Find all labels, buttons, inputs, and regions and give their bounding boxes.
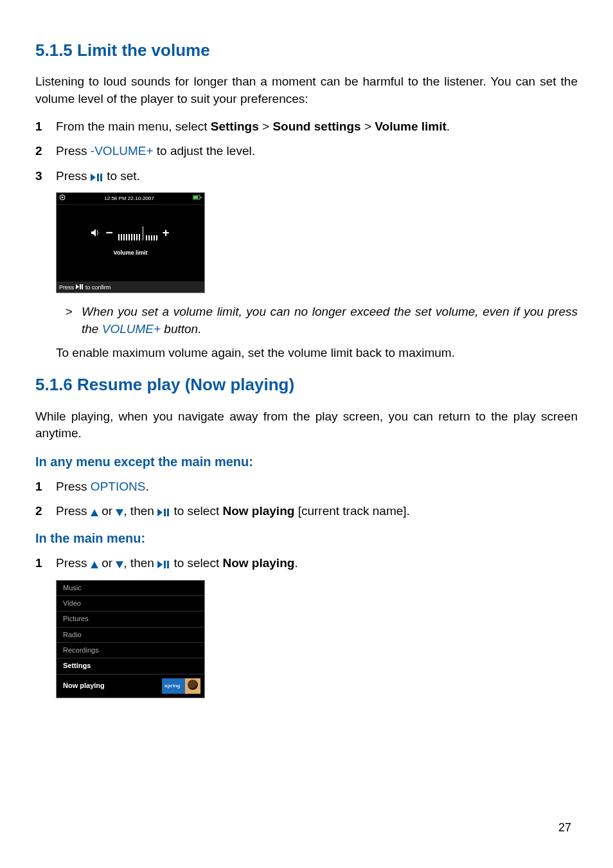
step-number: 1 — [35, 555, 56, 572]
minus-icon: − — [105, 224, 112, 242]
device-volume-row: − + — [57, 214, 204, 253]
svg-rect-7 — [200, 197, 202, 198]
t: > — [361, 120, 375, 133]
after-note-515: To enable maximum volume again, set the … — [56, 345, 578, 362]
step-516a-2: 2 Press or , then to select Now playing … — [35, 503, 578, 520]
step-number: 3 — [35, 168, 56, 185]
t: From the main menu, select — [56, 120, 211, 133]
t: Press — [56, 556, 91, 570]
device-footer: Press to confirm — [57, 282, 204, 293]
svg-rect-2 — [100, 174, 102, 181]
svg-rect-6 — [193, 196, 198, 199]
play-pause-icon — [157, 504, 170, 518]
steps-515: 1 From the main menu, select Settings > … — [35, 118, 578, 185]
now-playing-label: Now playing — [63, 681, 105, 691]
t: or — [98, 504, 116, 518]
gear-icon — [59, 194, 66, 203]
t: to set. — [103, 169, 140, 183]
subheading-any-menu: In any menu except the main menu: — [35, 453, 578, 471]
t: Press — [56, 144, 91, 158]
t: . — [145, 480, 148, 493]
t: or — [98, 556, 116, 570]
bold-sound-settings: Sound settings — [272, 120, 360, 133]
document-page: 5.1.5 Limit the volume Listening to loud… — [0, 0, 613, 868]
album-art-thumbnail: spring — [162, 678, 200, 694]
subheading-main-menu: In the main menu: — [35, 529, 578, 547]
svg-rect-10 — [80, 284, 81, 289]
t: Press — [56, 504, 91, 518]
device-volume-label: Volume limit — [57, 249, 204, 257]
menu-item-recordings: Recordings — [57, 643, 204, 658]
t: , then — [123, 504, 157, 518]
svg-marker-14 — [157, 509, 163, 516]
step-number: 2 — [35, 503, 56, 520]
svg-marker-12 — [91, 509, 98, 516]
svg-marker-17 — [91, 561, 98, 568]
speaker-icon — [91, 224, 100, 242]
bold-now-playing: Now playing — [222, 504, 294, 518]
menu-item-now-playing: Now playing spring — [57, 674, 204, 698]
heading-515: 5.1.5 Limit the volume — [35, 39, 578, 62]
menu-item-music: Music — [57, 581, 204, 596]
menu-item-radio: Radio — [57, 628, 204, 643]
note-text: When you set a volume limit, you can no … — [82, 303, 578, 338]
menu-item-pictures: Pictures — [57, 611, 204, 627]
key-volume: -VOLUME+ — [91, 144, 154, 158]
bold-volume-limit: Volume limit — [375, 120, 447, 133]
note-marker: > — [56, 303, 82, 338]
t: . — [294, 556, 298, 570]
t: button. — [161, 322, 201, 336]
t: to confirm — [85, 284, 111, 292]
t: to select — [170, 556, 222, 570]
down-triangle-icon — [116, 504, 123, 518]
up-triangle-icon — [91, 556, 98, 570]
svg-rect-11 — [82, 284, 83, 289]
intro-516: While playing, when you navigate away fr… — [35, 408, 578, 442]
note-block: > When you set a volume limit, you can n… — [56, 303, 578, 361]
svg-marker-0 — [91, 174, 96, 181]
bold-settings: Settings — [211, 120, 259, 133]
svg-rect-20 — [164, 561, 166, 568]
svg-marker-18 — [116, 561, 123, 568]
step-text: Press OPTIONS. — [56, 478, 578, 496]
svg-marker-13 — [116, 509, 123, 516]
step-number: 2 — [35, 143, 56, 160]
step-515-2: 2 Press -VOLUME+ to adjust the level. — [35, 143, 578, 160]
svg-rect-21 — [167, 561, 169, 568]
svg-rect-1 — [97, 174, 99, 181]
step-text: From the main menu, select Settings > So… — [56, 118, 578, 136]
t: , then — [123, 556, 157, 570]
menu-item-settings: Settings — [57, 658, 204, 674]
step-515-3: 3 Press to set. — [35, 168, 578, 185]
menu-item-video: Video — [57, 596, 204, 611]
svg-rect-16 — [167, 509, 169, 516]
steps-516b: 1 Press or , then to select Now playing. — [35, 555, 578, 572]
page-number: 27 — [558, 820, 571, 836]
svg-marker-19 — [157, 561, 163, 568]
play-pause-icon — [76, 284, 84, 292]
device-time: 12:58 PM 22-10-2007 — [104, 195, 154, 202]
steps-516a: 1 Press OPTIONS. 2 Press or , then to se… — [35, 478, 578, 520]
key-volume-plus: VOLUME+ — [102, 322, 161, 336]
svg-marker-8 — [91, 229, 96, 237]
t: . — [447, 120, 450, 133]
bold-now-playing: Now playing — [222, 556, 294, 570]
heading-516: 5.1.6 Resume play (Now playing) — [35, 373, 578, 396]
t: > — [259, 120, 273, 133]
key-options: OPTIONS — [91, 480, 146, 493]
intro-515: Listening to loud sounds for longer than… — [35, 73, 578, 107]
album-art-caption: spring — [164, 682, 180, 689]
plus-icon: + — [163, 224, 170, 242]
volume-slider-handle — [143, 226, 143, 240]
down-triangle-icon — [116, 556, 123, 570]
device-status-bar: 12:58 PM 22-10-2007 — [57, 193, 204, 204]
volume-bars — [118, 226, 157, 240]
step-516b-1: 1 Press or , then to select Now playing. — [35, 555, 578, 572]
step-text: Press -VOLUME+ to adjust the level. — [56, 143, 578, 160]
t: to adjust the level. — [154, 144, 255, 158]
t: Press — [56, 169, 91, 183]
t: Press — [56, 480, 91, 493]
device-screenshot-main-menu: Music Video Pictures Radio Recordings Se… — [56, 580, 205, 698]
t: to select — [170, 504, 222, 518]
step-516a-1: 1 Press OPTIONS. — [35, 478, 578, 496]
